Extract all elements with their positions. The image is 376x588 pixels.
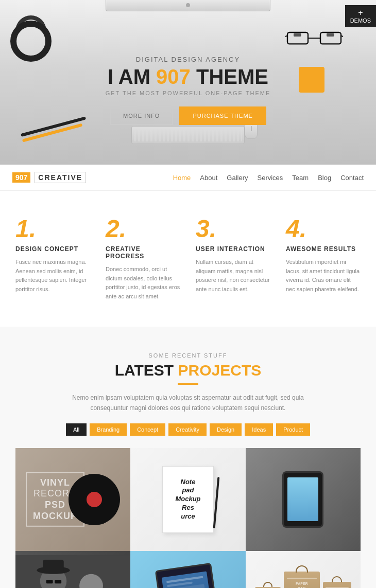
feature-4-desc: Vestibulum imperdiet mi lacus, sit amet … xyxy=(286,258,361,294)
project-tablet[interactable] xyxy=(130,551,245,588)
demos-plus-icon: + xyxy=(350,8,371,17)
feature-2-desc: Donec commodo, orci ut dictum sodales, o… xyxy=(106,265,180,301)
hero-subtitle: DIGITAL DESIGN AGENCY xyxy=(106,56,271,63)
hero-content: DIGITAL DESIGN AGENCY I AM 907 THEME GET… xyxy=(106,40,271,125)
feature-4-title: AWESOME RESULTS xyxy=(286,245,361,253)
keyboard-decoration xyxy=(131,126,245,144)
feature-1-num: 1. xyxy=(15,217,90,241)
hero-title-post: THEME xyxy=(191,65,268,88)
hero-title-pre: I AM xyxy=(108,65,156,88)
svg-rect-5 xyxy=(294,33,301,37)
nav-about[interactable]: About xyxy=(200,174,217,182)
projects-title-accent: PROJECTS xyxy=(178,362,262,379)
projects-section: SOME RECENT STUFF LATEST PROJECTS Nemo e… xyxy=(0,327,376,588)
filter-branding[interactable]: Branding xyxy=(90,423,127,436)
nav-home[interactable]: Home xyxy=(173,174,191,182)
svg-rect-7 xyxy=(15,555,130,588)
feature-4-num: 4. xyxy=(286,217,361,241)
project-couple[interactable] xyxy=(15,551,130,588)
projects-title: LATEST PROJECTS xyxy=(15,362,361,379)
svg-rect-13 xyxy=(55,580,61,583)
filter-all[interactable]: All xyxy=(66,423,87,436)
svg-rect-6 xyxy=(327,33,334,37)
nav-services[interactable]: Services xyxy=(258,174,283,182)
demos-button[interactable]: + DEMOS xyxy=(345,5,376,27)
feature-1-desc: Fusce nec maximus magna. Aenean sed moll… xyxy=(15,258,90,294)
hero-buttons: MORE INFO PURCHASE THEME xyxy=(106,106,271,125)
project-notepad[interactable]: NotepadMockupResurce xyxy=(130,448,245,551)
feature-1: 1. DESIGN CONCEPT Fusce nec maximus magn… xyxy=(15,217,90,301)
feature-4: 4. AWESOME RESULTS Vestibulum imperdiet … xyxy=(286,217,361,301)
navbar: 907 CREATIVE Home About Gallery Services… xyxy=(0,165,376,191)
projects-pre-label: SOME RECENT STUFF xyxy=(15,352,361,359)
projects-title-pre: LATEST xyxy=(115,362,178,379)
filter-ideas[interactable]: Ideas xyxy=(245,423,273,436)
nav-links: Home About Gallery Services Team Blog Co… xyxy=(173,174,364,182)
svg-rect-11 xyxy=(43,560,63,572)
feature-2-num: 2. xyxy=(106,217,180,241)
filter-design[interactable]: Design xyxy=(210,423,242,436)
nav-blog[interactable]: Blog xyxy=(318,174,331,182)
project-bags[interactable]: PAPERBAG AMAZINGBRAND xyxy=(246,551,361,588)
filter-buttons: All Branding Concept Creativity Design I… xyxy=(15,423,361,436)
svg-rect-12 xyxy=(46,580,53,583)
logo[interactable]: 907 CREATIVE xyxy=(12,172,86,183)
purchase-button[interactable]: PURCHASE THEME xyxy=(179,106,266,125)
feature-3: 3. USER INTERACTION Nullam cursus, diam … xyxy=(196,217,270,301)
filter-creativity[interactable]: Creativity xyxy=(168,423,207,436)
demos-label: DEMOS xyxy=(350,17,371,24)
bag-medium xyxy=(323,582,351,588)
pen-icon xyxy=(213,477,220,528)
feature-2-title: CREATIVE PROCRESS xyxy=(106,245,180,260)
feature-3-title: USER INTERACTION xyxy=(196,245,270,253)
project-grid: VINYL RECORD PSD MOCKUP NotepadMockupRes… xyxy=(15,448,361,588)
projects-desc: Nemo enim ipsam voluptatem quia voluptas… xyxy=(54,393,322,413)
feature-3-desc: Nullam cursus, diam at aliquam mattis, m… xyxy=(196,258,270,294)
hero-title-accent: 907 xyxy=(156,65,191,88)
section-divider xyxy=(178,383,198,385)
logo-number: 907 xyxy=(12,172,30,183)
headphones-decoration xyxy=(5,15,67,77)
hero-section: + DEMOS DIGITAL DESIGN AGENCY I AM 907 T… xyxy=(0,0,376,165)
filter-product[interactable]: Product xyxy=(276,423,310,436)
hero-tagline: GET THE MOST POWERFUL ONE-PAGE THEME xyxy=(106,90,271,96)
project-vinyl[interactable]: VINYL RECORD PSD MOCKUP xyxy=(15,448,130,551)
logo-text: CREATIVE xyxy=(35,172,86,183)
glasses-decoration xyxy=(283,28,345,51)
vinyl-record-icon xyxy=(69,474,120,525)
features-section: 1. DESIGN CONCEPT Fusce nec maximus magn… xyxy=(0,191,376,327)
hero-title: I AM 907 THEME xyxy=(106,66,271,87)
nav-team[interactable]: Team xyxy=(292,174,309,182)
project-ipad[interactable] xyxy=(246,448,361,551)
bag-large: PAPERBAG AMAZINGBRAND xyxy=(284,572,320,588)
monitor-decoration xyxy=(106,0,270,11)
cup-decoration xyxy=(299,67,324,93)
more-info-button[interactable]: MORE INFO xyxy=(110,106,173,125)
nav-contact[interactable]: Contact xyxy=(340,174,364,182)
couple-illustration xyxy=(15,551,130,588)
feature-2: 2. CREATIVE PROCRESS Donec commodo, orci… xyxy=(106,217,180,301)
feature-3-num: 3. xyxy=(196,217,270,241)
nav-gallery[interactable]: Gallery xyxy=(227,174,248,182)
filter-concept[interactable]: Concept xyxy=(130,423,165,436)
feature-1-title: DESIGN CONCEPT xyxy=(15,245,90,253)
